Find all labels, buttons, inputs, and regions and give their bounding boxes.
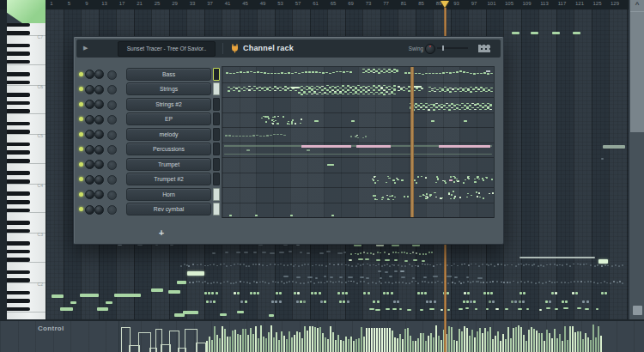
note[interactable] [522,300,525,303]
channel-enable-led[interactable] [79,177,83,181]
note[interactable] [296,300,299,303]
note[interactable] [300,300,302,303]
note[interactable] [363,292,366,294]
note[interactable] [97,307,108,311]
note[interactable] [237,311,244,313]
note[interactable] [339,300,342,303]
note[interactable] [519,300,521,303]
note[interactable] [319,292,321,294]
volume-knob[interactable] [94,85,104,94]
note[interactable] [276,292,278,294]
note[interactable] [70,301,76,304]
note[interactable] [605,292,607,294]
note[interactable] [275,300,277,303]
pan-knob[interactable] [85,130,94,139]
note[interactable] [426,300,428,303]
note[interactable] [519,257,595,258]
swing-slider-thumb[interactable] [442,46,444,51]
pan-knob[interactable] [85,190,94,199]
note[interactable] [555,292,557,294]
playhead-marker-icon[interactable] [440,1,449,8]
display-mode-grid-icon[interactable] [478,45,490,52]
note[interactable] [320,300,323,303]
note[interactable] [80,294,99,297]
scroll-up-icon[interactable]: ^ [630,0,644,11]
scrollbar-widget[interactable] [633,306,642,315]
note[interactable] [216,292,218,294]
note[interactable] [463,300,465,303]
note[interactable] [377,300,380,303]
channel-mute-icon[interactable] [107,70,117,80]
channel-indicator[interactable] [213,143,220,155]
channel-indicator[interactable] [213,68,220,81]
pattern-name-selector[interactable]: Sunset Tracer - Tree Of Savior.. [118,41,216,57]
channel-mute-icon[interactable] [107,191,117,200]
channel-name-button[interactable]: Trumpet #2 [126,173,211,185]
channel-enable-led[interactable] [79,207,83,211]
channel-name-button[interactable]: Strings #2 [126,98,211,111]
note[interactable] [393,300,396,303]
vertical-scrollbar[interactable]: ^ [629,0,644,319]
channel-mute-icon[interactable] [107,85,117,94]
pan-knob[interactable] [85,70,94,79]
channel-indicator[interactable] [213,188,220,201]
scrollbar-thumb[interactable] [630,11,644,132]
note[interactable] [573,32,580,34]
note[interactable] [311,292,313,294]
note[interactable] [279,292,282,294]
note[interactable] [324,300,326,303]
black-key[interactable] [7,299,30,303]
swing-slider[interactable] [437,47,468,49]
pan-knob[interactable] [85,85,94,94]
note[interactable] [470,300,472,303]
black-key[interactable] [7,122,30,126]
note[interactable] [512,32,519,34]
note[interactable] [269,314,274,317]
volume-knob[interactable] [94,190,104,199]
channel-name-button[interactable]: Horn [126,188,211,201]
note[interactable] [545,300,548,303]
note[interactable] [511,300,513,303]
note[interactable] [368,292,370,294]
note[interactable] [294,292,296,294]
note[interactable] [586,300,589,303]
note[interactable] [572,292,574,294]
note[interactable] [183,311,198,314]
channel-mute-icon[interactable] [107,145,117,155]
note[interactable] [383,292,386,294]
note[interactable] [467,292,470,294]
note[interactable] [489,300,491,303]
volume-knob[interactable] [94,130,104,139]
note[interactable] [210,300,212,303]
channel-mute-icon[interactable] [107,205,117,215]
note[interactable] [551,292,554,294]
black-key[interactable] [7,150,30,155]
note[interactable] [575,292,578,294]
black-key[interactable] [7,44,30,48]
note[interactable] [257,292,259,294]
channel-indicator[interactable] [213,173,220,185]
note[interactable] [386,292,389,294]
note[interactable] [253,292,256,294]
volume-knob[interactable] [94,145,104,155]
black-key[interactable] [7,72,30,76]
control-lane[interactable]: Control [0,319,644,352]
note[interactable] [52,294,64,298]
note[interactable] [417,292,420,294]
channel-enable-led[interactable] [79,117,83,121]
note[interactable] [424,292,427,294]
note[interactable] [213,300,216,303]
channel-mute-icon[interactable] [107,130,117,140]
note[interactable] [151,288,163,292]
black-key[interactable] [7,101,30,106]
black-key[interactable] [7,270,30,275]
channel-name-button[interactable]: EP [126,112,211,125]
note[interactable] [490,292,493,294]
note[interactable] [487,292,489,294]
note[interactable] [177,281,186,284]
swing-knob[interactable] [425,44,435,54]
note[interactable] [250,292,252,294]
note[interactable] [297,292,300,294]
channel-name-button[interactable]: Rev cymbal [126,203,211,215]
channel-mute-icon[interactable] [107,161,117,170]
